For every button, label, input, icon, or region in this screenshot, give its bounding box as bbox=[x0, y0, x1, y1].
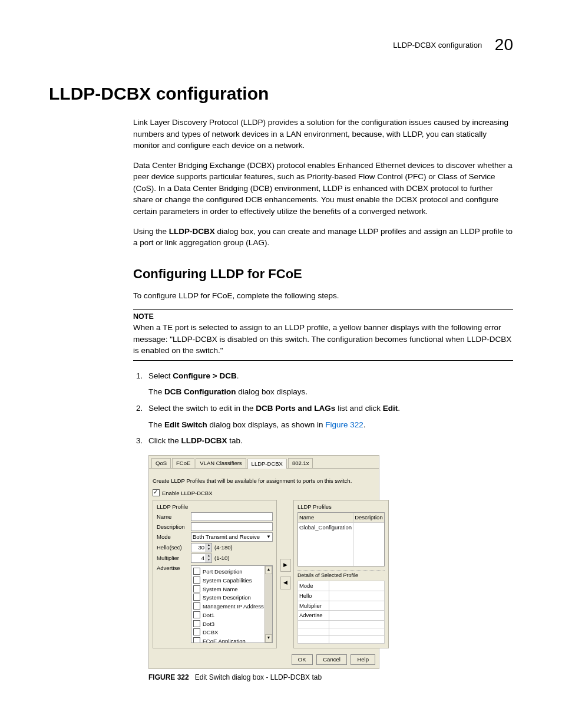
table-row[interactable]: Global_Configuration bbox=[298, 523, 353, 532]
col-name: Name bbox=[298, 513, 353, 523]
advertise-list[interactable]: Port Description System Capabilities Sys… bbox=[191, 565, 273, 643]
multiplier-range: (1-10) bbox=[214, 554, 229, 562]
table-row: Advertise bbox=[297, 611, 384, 621]
lldp-profile-panel: LLDP Profile Name Description bbox=[153, 500, 277, 648]
steps-list: Select Configure > DCB. The DCB Configur… bbox=[133, 370, 513, 683]
description-label: Description bbox=[157, 523, 189, 531]
intro-paragraph-3: Using the LLDP-DCBX dialog box, you can … bbox=[133, 226, 513, 249]
details-label: Details of Selected Profile bbox=[297, 570, 385, 579]
intro-paragraph-2: Data Center Bridging Exchange (DCBX) pro… bbox=[133, 160, 513, 218]
list-item[interactable]: System Capabilities bbox=[193, 577, 264, 585]
mode-select[interactable]: Both Transmit and Receive ▼ bbox=[191, 532, 273, 542]
list-item[interactable]: FCoE Application bbox=[193, 637, 264, 643]
enable-checkbox-row[interactable]: Enable LLDP-DCBX bbox=[153, 489, 375, 498]
mode-label: Mode bbox=[157, 533, 189, 541]
lldp-profiles-panel: LLDP Profiles Name Global_Configuration … bbox=[293, 500, 389, 648]
ok-button[interactable]: OK bbox=[292, 654, 313, 665]
chevron-down-icon: ▼ bbox=[266, 533, 271, 541]
edit-switch-dialog: QoS FCoE VLAN Classifiers LLDP-DCBX 802.… bbox=[148, 455, 379, 669]
step-2: Select the switch to edit in the DCB Por… bbox=[145, 403, 513, 430]
multiplier-label: Multiplier bbox=[157, 554, 189, 562]
right-panel-title: LLDP Profiles bbox=[297, 503, 385, 511]
figure-caption: FIGURE 322Edit Switch dialog box - LLDP-… bbox=[148, 673, 513, 683]
figure-text: Edit Switch dialog box - LLDP-DCBX tab bbox=[195, 673, 322, 681]
list-item[interactable]: Dot3 bbox=[193, 620, 264, 628]
list-item[interactable]: DCBX bbox=[193, 628, 264, 637]
tab-8021x[interactable]: 802.1x bbox=[288, 458, 313, 468]
spin-down-icon[interactable]: ▼ bbox=[206, 558, 211, 562]
multiplier-value: 4 bbox=[191, 554, 206, 562]
dialog-button-bar: OK Cancel Help bbox=[149, 651, 379, 668]
note-text: When a TE port is selected to assign to … bbox=[133, 322, 513, 357]
section-heading: Configuring LLDP for FCoE bbox=[133, 266, 513, 282]
list-item[interactable]: System Name bbox=[193, 585, 264, 594]
chapter-number: 20 bbox=[495, 35, 513, 54]
details-table: Mode Hello Multiplier Advertise bbox=[297, 581, 385, 644]
dialog-instruction: Create LLDP Profiles that will be availa… bbox=[153, 477, 375, 485]
list-item[interactable]: System Description bbox=[193, 594, 264, 602]
tab-fcoe[interactable]: FCoE bbox=[172, 458, 194, 468]
tab-lldp-dcbx[interactable]: LLDP-DCBX bbox=[247, 459, 287, 469]
advertise-label: Advertise bbox=[157, 564, 189, 572]
tab-vlan-classifiers[interactable]: VLAN Classifiers bbox=[196, 458, 246, 468]
left-panel-title: LLDP Profile bbox=[157, 503, 273, 511]
enable-label: Enable LLDP-DCBX bbox=[162, 490, 213, 496]
remove-button[interactable]: ◀ bbox=[280, 577, 291, 589]
name-input[interactable] bbox=[191, 512, 273, 521]
intro-paragraph-1: Link Layer Discovery Protocol (LLDP) pro… bbox=[133, 117, 513, 151]
note-block: NOTE When a TE port is selected to assig… bbox=[133, 309, 513, 361]
table-row bbox=[297, 628, 384, 636]
add-button[interactable]: ▶ bbox=[280, 559, 291, 572]
list-item[interactable]: Port Description bbox=[193, 568, 264, 576]
shuttle-buttons: ▶ ◀ bbox=[280, 500, 290, 648]
list-item[interactable]: Dot1 bbox=[193, 611, 264, 620]
help-button[interactable]: Help bbox=[351, 654, 375, 665]
table-row bbox=[297, 621, 384, 628]
tab-qos[interactable]: QoS bbox=[151, 458, 171, 468]
step-2-sub: The Edit Switch dialog box displays, as … bbox=[148, 419, 513, 431]
figure-number: FIGURE 322 bbox=[148, 673, 189, 681]
name-label: Name bbox=[157, 513, 189, 521]
table-row bbox=[353, 523, 384, 524]
tab-bar: QoS FCoE VLAN Classifiers LLDP-DCBX 802.… bbox=[149, 456, 379, 469]
hello-label: Hello(sec) bbox=[157, 543, 189, 552]
cancel-button[interactable]: Cancel bbox=[316, 654, 347, 665]
table-row: Mode bbox=[297, 581, 384, 591]
table-row bbox=[297, 636, 384, 644]
page-title: LLDP-DCBX configuration bbox=[49, 84, 513, 104]
spin-down-icon[interactable]: ▼ bbox=[206, 548, 211, 552]
list-item[interactable]: Management IP Address bbox=[193, 602, 264, 611]
figure-link[interactable]: Figure 322 bbox=[325, 420, 363, 429]
step-3: Click the LLDP-DCBX tab. QoS FCoE VLAN C… bbox=[145, 435, 513, 683]
hello-value: 30 bbox=[191, 543, 206, 552]
step-1-sub: The DCB Configuration dialog box display… bbox=[148, 386, 513, 398]
hello-spinner[interactable]: 30 ▲▼ bbox=[191, 543, 212, 552]
note-label: NOTE bbox=[133, 312, 513, 321]
description-input[interactable] bbox=[191, 522, 273, 531]
scroll-down-icon[interactable]: ▼ bbox=[265, 634, 272, 643]
section-name: LLDP-DCBX configuration bbox=[393, 41, 482, 50]
scrollbar[interactable]: ▲ ▼ bbox=[265, 566, 272, 643]
hello-range: (4-180) bbox=[214, 543, 233, 552]
table-row: Multiplier bbox=[297, 601, 384, 611]
scroll-up-icon[interactable]: ▲ bbox=[265, 566, 272, 574]
step-1: Select Configure > DCB. The DCB Configur… bbox=[145, 370, 513, 398]
enable-checkbox[interactable] bbox=[153, 489, 160, 496]
mode-value: Both Transmit and Receive bbox=[193, 533, 260, 541]
multiplier-spinner[interactable]: 4 ▲▼ bbox=[191, 554, 212, 563]
section-intro: To configure LLDP for FCoE, complete the… bbox=[133, 290, 513, 302]
table-row: Hello bbox=[297, 591, 384, 601]
profiles-table[interactable]: Name Global_Configuration Description bbox=[297, 512, 385, 566]
running-header: LLDP-DCBX configuration 20 bbox=[49, 35, 513, 54]
col-description: Description bbox=[353, 513, 384, 523]
